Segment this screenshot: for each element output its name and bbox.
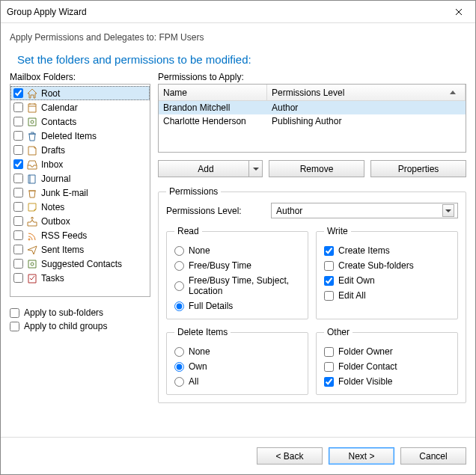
permissions-grid[interactable]: Name Permissions Level Brandon MitchellA…: [158, 84, 466, 153]
grid-row[interactable]: Brandon MitchellAuthor: [159, 101, 466, 114]
read-option[interactable]: Full Details: [174, 301, 300, 311]
folder-label: RSS Feeds: [41, 230, 87, 241]
col-perm-header[interactable]: Permissions Level: [267, 85, 466, 100]
rss-icon: [26, 230, 38, 242]
folder-label: Outbox: [41, 216, 70, 227]
read-group: Read NoneFree/Busy TimeFree/Busy Time, S…: [166, 226, 308, 319]
cell-name: Brandon Mitchell: [159, 102, 267, 113]
folder-item-root[interactable]: Root: [10, 86, 150, 100]
folder-item-notes[interactable]: Notes: [10, 200, 150, 214]
folder-tree[interactable]: RootCalendarContactsDeleted ItemsDraftsI…: [10, 84, 150, 297]
other-option[interactable]: Folder Owner: [324, 346, 450, 357]
remove-button[interactable]: Remove: [269, 160, 364, 177]
wizard-window: Group Apply Wizard Apply Permissions and…: [0, 0, 476, 475]
calendar-icon: [26, 102, 38, 114]
titlebar: Group Apply Wizard: [1, 1, 475, 23]
grid-row[interactable]: Charlotte HendersonPublishing Author: [159, 114, 466, 128]
folder-label: Inbox: [41, 159, 63, 170]
folder-checkbox[interactable]: [13, 131, 23, 141]
folder-item-rss-feeds[interactable]: RSS Feeds: [10, 228, 150, 242]
close-icon: [455, 8, 463, 16]
folder-checkbox[interactable]: [13, 88, 23, 98]
apply-subfolders-checkbox[interactable]: Apply to sub-folders: [10, 307, 150, 318]
folder-label: Tasks: [41, 273, 64, 284]
wizard-footer: < Back Next > Cancel: [1, 437, 475, 474]
col-name-header[interactable]: Name: [159, 85, 267, 100]
folder-label: Deleted Items: [41, 131, 97, 141]
window-title: Group Apply Wizard: [1, 7, 442, 17]
folder-item-contacts[interactable]: Contacts: [10, 114, 150, 129]
outbox-icon: [26, 215, 38, 227]
permissions-level-label: Permissions Level:: [166, 206, 263, 216]
folder-label: Junk E-mail: [41, 188, 88, 198]
delete-option[interactable]: None: [174, 346, 300, 357]
folder-checkbox[interactable]: [13, 202, 23, 212]
read-option[interactable]: Free/Busy Time: [174, 260, 300, 271]
folder-checkbox[interactable]: [13, 145, 23, 155]
sent-icon: [26, 244, 38, 256]
tasks-icon: [26, 272, 38, 284]
folder-checkbox[interactable]: [13, 188, 23, 197]
folder-item-suggested-contacts[interactable]: Suggested Contacts: [10, 257, 150, 271]
read-option[interactable]: None: [174, 245, 300, 256]
read-option[interactable]: Free/Busy Time, Subject, Location: [174, 275, 300, 296]
grid-header: Name Permissions Level: [159, 85, 466, 101]
next-button[interactable]: Next >: [329, 447, 394, 465]
folder-checkbox[interactable]: [13, 216, 23, 226]
other-option[interactable]: Folder Visible: [324, 376, 450, 387]
delete-option[interactable]: Own: [174, 361, 300, 372]
folder-item-deleted-items[interactable]: Deleted Items: [10, 129, 150, 143]
folder-item-outbox[interactable]: Outbox: [10, 214, 150, 228]
folder-item-sent-items[interactable]: Sent Items: [10, 242, 150, 257]
folder-item-calendar[interactable]: Calendar: [10, 100, 150, 114]
other-group: Other Folder OwnerFolder ContactFolder V…: [316, 327, 458, 395]
contacts-icon: [26, 116, 38, 128]
folder-checkbox[interactable]: [13, 273, 23, 283]
folder-label: Suggested Contacts: [41, 259, 122, 269]
delete-option[interactable]: All: [174, 376, 300, 387]
folder-checkbox[interactable]: [13, 159, 23, 169]
other-option[interactable]: Folder Contact: [324, 361, 450, 372]
chevron-down-icon: [253, 168, 259, 171]
page-heading: Set the folders and permissions to be mo…: [1, 53, 475, 72]
permissions-group: Permissions Permissions Level: Author Re…: [158, 186, 466, 403]
delete-group: Delete Items NoneOwnAll: [166, 327, 308, 395]
sort-asc-icon: [450, 91, 456, 94]
cell-name: Charlotte Henderson: [159, 116, 267, 126]
write-option[interactable]: Create Sub-folders: [324, 260, 450, 271]
folder-item-junk-e-mail[interactable]: Junk E-mail: [10, 186, 150, 200]
folder-item-journal[interactable]: Journal: [10, 171, 150, 186]
add-dropdown-arrow[interactable]: [248, 161, 262, 177]
mailbox-folders-label: Mailbox Folders:: [10, 72, 150, 82]
folder-item-inbox[interactable]: Inbox: [10, 157, 150, 171]
notes-icon: [26, 201, 38, 213]
cell-perm: Publishing Author: [267, 116, 346, 126]
folder-checkbox[interactable]: [13, 117, 23, 126]
inbox-icon: [26, 159, 38, 171]
write-option[interactable]: Create Items: [324, 245, 450, 256]
folder-item-tasks[interactable]: Tasks: [10, 271, 150, 285]
junk-icon: [26, 187, 38, 199]
journal-icon: [26, 173, 38, 185]
chevron-down-icon: [445, 209, 451, 212]
folder-item-drafts[interactable]: Drafts: [10, 143, 150, 157]
home-icon: [26, 88, 38, 99]
folder-checkbox[interactable]: [13, 230, 23, 240]
properties-button[interactable]: Properties: [370, 160, 466, 177]
add-button[interactable]: Add: [158, 160, 263, 177]
folder-checkbox[interactable]: [13, 174, 23, 183]
folder-checkbox[interactable]: [13, 245, 23, 254]
apply-child-groups-checkbox[interactable]: Apply to child groups: [10, 321, 150, 331]
permissions-level-select[interactable]: Author: [271, 203, 458, 218]
back-button[interactable]: < Back: [257, 447, 323, 465]
folder-label: Contacts: [41, 117, 76, 127]
cancel-button[interactable]: Cancel: [400, 447, 466, 465]
subtitle: Apply Permissions and Delegates to: FPM …: [1, 23, 475, 53]
folder-checkbox[interactable]: [13, 259, 23, 269]
folder-checkbox[interactable]: [13, 102, 23, 112]
close-button[interactable]: [442, 1, 475, 23]
trash-icon: [26, 130, 38, 142]
write-option[interactable]: Edit Own: [324, 275, 450, 286]
write-option[interactable]: Edit All: [324, 290, 450, 301]
permissions-to-apply-label: Permissions to Apply:: [158, 72, 466, 82]
